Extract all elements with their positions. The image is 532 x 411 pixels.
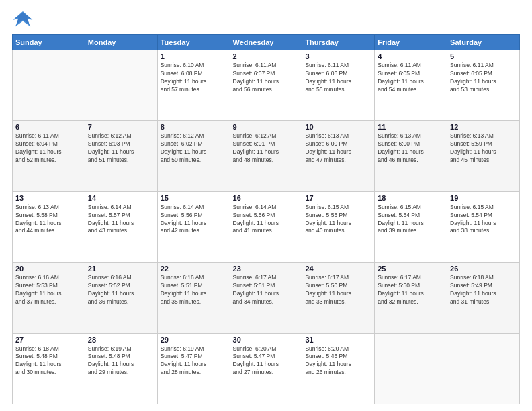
calendar-week-row: 1Sunrise: 6:10 AM Sunset: 6:08 PM Daylig… xyxy=(13,50,520,121)
day-info: Sunrise: 6:18 AM Sunset: 5:49 PM Dayligh… xyxy=(450,274,517,306)
day-info: Sunrise: 6:13 AM Sunset: 6:00 PM Dayligh… xyxy=(378,132,444,165)
calendar-cell: 1Sunrise: 6:10 AM Sunset: 6:08 PM Daylig… xyxy=(157,50,230,121)
day-info: Sunrise: 6:14 AM Sunset: 5:56 PM Dayligh… xyxy=(161,203,227,236)
calendar-cell: 26Sunrise: 6:18 AM Sunset: 5:49 PM Dayli… xyxy=(447,263,520,333)
day-info: Sunrise: 6:12 AM Sunset: 6:02 PM Dayligh… xyxy=(161,132,227,165)
day-info: Sunrise: 6:11 AM Sunset: 6:04 PM Dayligh… xyxy=(15,132,82,165)
calendar-week-row: 27Sunrise: 6:18 AM Sunset: 5:48 PM Dayli… xyxy=(13,333,520,404)
day-number: 8 xyxy=(161,123,227,131)
calendar-cell: 25Sunrise: 6:17 AM Sunset: 5:50 PM Dayli… xyxy=(375,263,447,333)
day-of-week-wednesday: Wednesday xyxy=(230,35,302,50)
calendar-cell: 4Sunrise: 6:11 AM Sunset: 6:05 PM Daylig… xyxy=(375,50,447,121)
day-info: Sunrise: 6:13 AM Sunset: 6:00 PM Dayligh… xyxy=(305,132,371,165)
calendar-cell: 5Sunrise: 6:11 AM Sunset: 6:05 PM Daylig… xyxy=(447,50,520,121)
day-of-week-saturday: Saturday xyxy=(447,35,520,50)
day-info: Sunrise: 6:20 AM Sunset: 5:47 PM Dayligh… xyxy=(233,345,300,377)
day-number: 12 xyxy=(450,123,517,131)
day-info: Sunrise: 6:16 AM Sunset: 5:53 PM Dayligh… xyxy=(15,274,82,306)
calendar-cell xyxy=(13,50,85,121)
day-number: 4 xyxy=(378,52,444,60)
day-info: Sunrise: 6:13 AM Sunset: 5:58 PM Dayligh… xyxy=(15,203,82,236)
day-info: Sunrise: 6:11 AM Sunset: 6:07 PM Dayligh… xyxy=(233,62,300,94)
calendar-cell: 16Sunrise: 6:14 AM Sunset: 5:56 PM Dayli… xyxy=(230,191,302,262)
day-number: 29 xyxy=(161,336,227,344)
day-info: Sunrise: 6:11 AM Sunset: 6:06 PM Dayligh… xyxy=(305,62,371,94)
calendar-cell: 28Sunrise: 6:19 AM Sunset: 5:48 PM Dayli… xyxy=(85,333,157,404)
calendar-cell: 29Sunrise: 6:19 AM Sunset: 5:47 PM Dayli… xyxy=(157,333,230,404)
day-of-week-monday: Monday xyxy=(85,35,157,50)
calendar-cell: 12Sunrise: 6:13 AM Sunset: 5:59 PM Dayli… xyxy=(447,121,520,191)
calendar-week-row: 20Sunrise: 6:16 AM Sunset: 5:53 PM Dayli… xyxy=(13,263,520,333)
day-number: 6 xyxy=(15,123,82,131)
calendar-cell: 8Sunrise: 6:12 AM Sunset: 6:02 PM Daylig… xyxy=(157,121,230,191)
day-number: 17 xyxy=(305,194,371,202)
day-number: 21 xyxy=(88,265,154,273)
day-number: 2 xyxy=(233,52,300,60)
day-info: Sunrise: 6:11 AM Sunset: 6:05 PM Dayligh… xyxy=(378,62,444,94)
day-info: Sunrise: 6:19 AM Sunset: 5:48 PM Dayligh… xyxy=(88,345,154,377)
logo xyxy=(12,10,36,29)
day-number: 3 xyxy=(305,52,371,60)
day-number: 31 xyxy=(305,336,371,344)
calendar-cell xyxy=(375,333,447,404)
day-number: 28 xyxy=(88,336,154,344)
calendar-header-row: SundayMondayTuesdayWednesdayThursdayFrid… xyxy=(13,35,520,50)
day-info: Sunrise: 6:15 AM Sunset: 5:55 PM Dayligh… xyxy=(305,203,371,236)
page: SundayMondayTuesdayWednesdayThursdayFrid… xyxy=(0,0,532,411)
logo-bird-icon xyxy=(12,10,34,29)
calendar-cell xyxy=(447,333,520,404)
day-info: Sunrise: 6:14 AM Sunset: 5:57 PM Dayligh… xyxy=(88,203,154,236)
day-info: Sunrise: 6:10 AM Sunset: 6:08 PM Dayligh… xyxy=(161,62,227,94)
day-number: 1 xyxy=(161,52,227,60)
day-number: 23 xyxy=(233,265,300,273)
day-number: 26 xyxy=(450,265,517,273)
calendar-cell: 21Sunrise: 6:16 AM Sunset: 5:52 PM Dayli… xyxy=(85,263,157,333)
day-info: Sunrise: 6:15 AM Sunset: 5:54 PM Dayligh… xyxy=(378,203,444,236)
day-number: 13 xyxy=(15,194,82,202)
day-number: 24 xyxy=(305,265,371,273)
calendar-table: SundayMondayTuesdayWednesdayThursdayFrid… xyxy=(12,34,520,404)
calendar-week-row: 6Sunrise: 6:11 AM Sunset: 6:04 PM Daylig… xyxy=(13,121,520,191)
day-of-week-friday: Friday xyxy=(375,35,447,50)
calendar-cell: 14Sunrise: 6:14 AM Sunset: 5:57 PM Dayli… xyxy=(85,191,157,262)
day-of-week-sunday: Sunday xyxy=(13,35,85,50)
calendar-cell: 15Sunrise: 6:14 AM Sunset: 5:56 PM Dayli… xyxy=(157,191,230,262)
day-info: Sunrise: 6:17 AM Sunset: 5:50 PM Dayligh… xyxy=(378,274,444,306)
calendar-cell: 30Sunrise: 6:20 AM Sunset: 5:47 PM Dayli… xyxy=(230,333,302,404)
calendar-cell: 17Sunrise: 6:15 AM Sunset: 5:55 PM Dayli… xyxy=(302,191,375,262)
calendar-cell: 22Sunrise: 6:16 AM Sunset: 5:51 PM Dayli… xyxy=(157,263,230,333)
header xyxy=(12,10,520,29)
calendar-cell: 2Sunrise: 6:11 AM Sunset: 6:07 PM Daylig… xyxy=(230,50,302,121)
day-info: Sunrise: 6:13 AM Sunset: 5:59 PM Dayligh… xyxy=(450,132,517,165)
day-info: Sunrise: 6:12 AM Sunset: 6:03 PM Dayligh… xyxy=(88,132,154,165)
calendar-cell xyxy=(85,50,157,121)
calendar-cell: 13Sunrise: 6:13 AM Sunset: 5:58 PM Dayli… xyxy=(13,191,85,262)
day-number: 20 xyxy=(15,265,82,273)
day-info: Sunrise: 6:15 AM Sunset: 5:54 PM Dayligh… xyxy=(450,203,517,236)
day-number: 9 xyxy=(233,123,300,131)
calendar-cell: 27Sunrise: 6:18 AM Sunset: 5:48 PM Dayli… xyxy=(13,333,85,404)
calendar-cell: 7Sunrise: 6:12 AM Sunset: 6:03 PM Daylig… xyxy=(85,121,157,191)
day-number: 18 xyxy=(378,194,444,202)
calendar-cell: 11Sunrise: 6:13 AM Sunset: 6:00 PM Dayli… xyxy=(375,121,447,191)
calendar-cell: 18Sunrise: 6:15 AM Sunset: 5:54 PM Dayli… xyxy=(375,191,447,262)
day-info: Sunrise: 6:18 AM Sunset: 5:48 PM Dayligh… xyxy=(15,345,82,377)
calendar-cell: 24Sunrise: 6:17 AM Sunset: 5:50 PM Dayli… xyxy=(302,263,375,333)
day-number: 14 xyxy=(88,194,154,202)
day-info: Sunrise: 6:12 AM Sunset: 6:01 PM Dayligh… xyxy=(233,132,300,165)
day-of-week-tuesday: Tuesday xyxy=(157,35,230,50)
day-info: Sunrise: 6:16 AM Sunset: 5:51 PM Dayligh… xyxy=(161,274,227,306)
calendar-cell: 31Sunrise: 6:20 AM Sunset: 5:46 PM Dayli… xyxy=(302,333,375,404)
day-info: Sunrise: 6:11 AM Sunset: 6:05 PM Dayligh… xyxy=(450,62,517,94)
calendar-cell: 10Sunrise: 6:13 AM Sunset: 6:00 PM Dayli… xyxy=(302,121,375,191)
day-number: 15 xyxy=(161,194,227,202)
day-info: Sunrise: 6:19 AM Sunset: 5:47 PM Dayligh… xyxy=(161,345,227,377)
day-number: 5 xyxy=(450,52,517,60)
day-number: 10 xyxy=(305,123,371,131)
day-info: Sunrise: 6:17 AM Sunset: 5:50 PM Dayligh… xyxy=(305,274,371,306)
day-number: 11 xyxy=(378,123,444,131)
day-info: Sunrise: 6:17 AM Sunset: 5:51 PM Dayligh… xyxy=(233,274,300,306)
day-of-week-thursday: Thursday xyxy=(302,35,375,50)
day-number: 25 xyxy=(378,265,444,273)
calendar-cell: 19Sunrise: 6:15 AM Sunset: 5:54 PM Dayli… xyxy=(447,191,520,262)
